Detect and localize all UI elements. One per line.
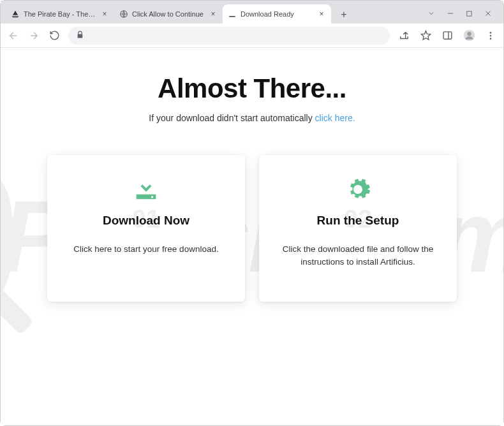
window-controls [427,4,498,24]
cards-row: 01 Download Now Click here to start your… [1,155,503,302]
profile-icon[interactable] [463,29,475,42]
new-tab-button[interactable]: + [335,6,353,24]
svg-rect-2 [443,32,452,39]
gear-icon [274,174,441,205]
subline: If your download didn't start automatica… [1,113,503,123]
tab-pirate-bay[interactable]: The Pirate Bay - The galaxy's mo × [6,4,114,24]
browser-toolbar [1,24,503,48]
forward-button[interactable] [27,29,40,42]
card-desc: Click here to start your free download. [63,243,230,256]
close-icon[interactable]: × [100,10,109,18]
menu-icon[interactable] [484,29,497,42]
star-icon[interactable] [419,29,432,42]
click-here-link[interactable]: click here. [315,113,355,123]
svg-rect-1 [467,11,471,15]
svg-point-7 [490,38,492,40]
card-title: Download Now [63,214,230,228]
svg-point-4 [467,32,471,36]
card-download-now[interactable]: 01 Download Now Click here to start your… [47,155,245,302]
back-button[interactable] [7,29,20,42]
tab-click-allow[interactable]: Click Allow to Continue × [114,4,223,24]
chevron-down-icon[interactable] [427,10,435,19]
lock-icon [76,30,84,41]
globe-icon [119,10,128,18]
maximize-button[interactable] [466,10,473,19]
browser-window: The Pirate Bay - The galaxy's mo × Click… [0,0,504,426]
tab-strip: The Pirate Bay - The galaxy's mo × Click… [1,1,503,24]
panel-icon[interactable] [441,29,454,42]
tab-download-ready[interactable]: Download Ready × [223,4,331,24]
close-icon[interactable]: × [317,10,326,18]
card-title: Run the Setup [274,214,441,228]
page-title: Almost There... [1,73,503,104]
svg-point-5 [490,32,492,34]
download-icon [63,174,230,205]
page-content: PCrisk.com Almost There... If your downl… [1,48,503,425]
ship-icon [11,10,20,18]
svg-point-6 [490,34,492,36]
share-icon[interactable] [397,29,410,42]
download-icon [228,10,237,18]
tab-title: The Pirate Bay - The galaxy's mo [24,10,96,18]
address-bar[interactable] [68,27,390,45]
tab-title: Click Allow to Continue [132,10,205,18]
minimize-button[interactable] [447,10,454,19]
close-button[interactable] [484,10,492,19]
card-desc: Click the downloaded file and follow the… [274,243,441,269]
close-icon[interactable]: × [209,10,218,18]
card-run-setup: 02 Run the Setup Click the downloaded fi… [259,155,457,302]
reload-button[interactable] [48,29,61,42]
subline-text: If your download didn't start automatica… [149,113,315,123]
tab-title: Download Ready [241,10,313,18]
